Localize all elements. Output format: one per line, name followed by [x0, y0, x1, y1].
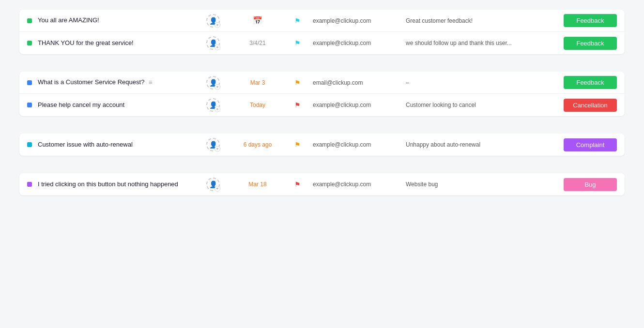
- add-assignee-icon[interactable]: +: [215, 84, 220, 90]
- task-name-cell: You all are AMAZING!: [38, 16, 193, 25]
- avatar[interactable]: 👤 +: [206, 14, 220, 28]
- status-dot: [27, 182, 32, 187]
- table-row: I tried clicking on this button but noth…: [19, 173, 625, 195]
- avatar[interactable]: 👤 +: [206, 138, 220, 151]
- task-name-text[interactable]: Please help cancel my account: [38, 101, 124, 109]
- tag-button[interactable]: Feedback: [564, 14, 617, 27]
- group-4: I tried clicking on this button but noth…: [19, 173, 625, 195]
- task-name-text[interactable]: You all are AMAZING!: [38, 16, 99, 25]
- task-name-cell: Customer issue with auto-renewal: [38, 141, 193, 149]
- add-assignee-icon[interactable]: +: [215, 45, 220, 50]
- date-value: 6 days ago: [244, 141, 272, 148]
- tag-button[interactable]: Feedback: [564, 76, 617, 89]
- notes-cell: Great customer feedback!: [406, 17, 553, 24]
- add-assignee-icon[interactable]: +: [215, 106, 220, 112]
- flag-cell[interactable]: ⚑: [288, 101, 307, 109]
- task-name-cell: Please help cancel my account: [38, 101, 193, 109]
- status-dot: [27, 80, 32, 85]
- group-2: What is a Customer Service Request?≡ 👤 +…: [19, 72, 625, 116]
- date-value: Today: [250, 102, 265, 108]
- task-name-cell: THANK YOU for the great service!: [38, 39, 193, 47]
- status-dot: [27, 41, 32, 45]
- assignee-cell[interactable]: 👤 +: [199, 138, 228, 151]
- status-dot: [27, 103, 32, 107]
- task-name-text[interactable]: THANK YOU for the great service!: [38, 39, 134, 47]
- notes-cell: –: [406, 79, 553, 86]
- assignee-cell[interactable]: 👤 +: [199, 14, 228, 28]
- date-cell[interactable]: 📅: [233, 16, 282, 25]
- tag-button[interactable]: Complaint: [564, 138, 617, 151]
- flag-cell[interactable]: ⚑: [288, 39, 307, 47]
- task-name-cell: I tried clicking on this button but noth…: [38, 180, 193, 189]
- status-dot: [27, 18, 32, 23]
- flag-icon: ⚑: [294, 101, 301, 109]
- flag-icon: ⚑: [294, 17, 301, 25]
- flag-cell[interactable]: ⚑: [288, 141, 307, 149]
- add-assignee-icon[interactable]: +: [215, 186, 220, 192]
- tag-button[interactable]: Bug: [564, 178, 617, 191]
- tag-cell: Cancellation: [559, 99, 617, 112]
- flag-icon: ⚑: [294, 39, 301, 47]
- email-cell: example@clickup.com: [313, 40, 400, 46]
- add-assignee-icon[interactable]: +: [215, 146, 220, 152]
- avatar[interactable]: 👤 +: [206, 98, 220, 112]
- task-name-cell: What is a Customer Service Request?≡: [38, 78, 193, 87]
- notes-cell: Unhappy about auto-renewal: [406, 141, 553, 148]
- assignee-cell[interactable]: 👤 +: [199, 36, 228, 50]
- page-container: You all are AMAZING! 👤 + 📅⚑example@click…: [0, 0, 644, 215]
- email-cell: email@clickup.com: [313, 79, 400, 86]
- date-value: Mar 3: [250, 79, 265, 86]
- flag-icon: ⚑: [294, 141, 301, 149]
- table-row: What is a Customer Service Request?≡ 👤 +…: [19, 72, 625, 94]
- list-icon: ≡: [148, 78, 152, 86]
- date-cell[interactable]: Mar 3: [233, 79, 282, 86]
- table-row: Please help cancel my account 👤 + Today⚑…: [19, 94, 625, 116]
- tag-button[interactable]: Cancellation: [564, 99, 617, 112]
- tag-cell: Bug: [559, 178, 617, 191]
- assignee-cell[interactable]: 👤 +: [199, 178, 228, 191]
- email-cell: example@clickup.com: [313, 181, 400, 188]
- date-cell[interactable]: 6 days ago: [233, 141, 282, 148]
- date-cell[interactable]: Today: [233, 102, 282, 108]
- group-3: Customer issue with auto-renewal 👤 + 6 d…: [19, 134, 625, 156]
- avatar[interactable]: 👤 +: [206, 36, 220, 50]
- calendar-icon: 📅: [253, 16, 262, 25]
- status-dot: [27, 142, 32, 147]
- notes-cell: Website bug: [406, 181, 553, 188]
- flag-cell[interactable]: ⚑: [288, 17, 307, 25]
- task-name-text[interactable]: What is a Customer Service Request?: [38, 78, 144, 87]
- date-value: 3/4/21: [249, 40, 265, 46]
- date-cell[interactable]: Mar 18: [233, 181, 282, 188]
- assignee-cell[interactable]: 👤 +: [199, 76, 228, 89]
- table-row: THANK YOU for the great service! 👤 + 3/4…: [19, 32, 625, 54]
- email-cell: example@clickup.com: [313, 17, 400, 24]
- notes-cell: we should follow up and thank this user.…: [406, 40, 553, 46]
- flag-icon: ⚑: [294, 180, 301, 188]
- tag-cell: Feedback: [559, 76, 617, 89]
- date-value: Mar 18: [248, 181, 266, 188]
- tag-cell: Feedback: [559, 14, 617, 27]
- flag-cell[interactable]: ⚑: [288, 79, 307, 87]
- date-cell[interactable]: 3/4/21: [233, 40, 282, 46]
- email-cell: example@clickup.com: [313, 102, 400, 108]
- assignee-cell[interactable]: 👤 +: [199, 98, 228, 112]
- group-1: You all are AMAZING! 👤 + 📅⚑example@click…: [19, 10, 625, 54]
- notes-cell: Customer looking to cancel: [406, 102, 553, 108]
- task-name-text[interactable]: Customer issue with auto-renewal: [38, 141, 133, 149]
- tag-cell: Feedback: [559, 37, 617, 50]
- task-name-text[interactable]: I tried clicking on this button but noth…: [38, 180, 178, 189]
- table-row: You all are AMAZING! 👤 + 📅⚑example@click…: [19, 10, 625, 32]
- email-cell: example@clickup.com: [313, 141, 400, 148]
- flag-cell[interactable]: ⚑: [288, 180, 307, 188]
- table-row: Customer issue with auto-renewal 👤 + 6 d…: [19, 134, 625, 156]
- add-assignee-icon[interactable]: +: [215, 22, 220, 28]
- avatar[interactable]: 👤 +: [206, 76, 220, 89]
- tag-button[interactable]: Feedback: [564, 37, 617, 50]
- avatar[interactable]: 👤 +: [206, 178, 220, 191]
- flag-icon: ⚑: [294, 79, 301, 87]
- tag-cell: Complaint: [559, 138, 617, 151]
